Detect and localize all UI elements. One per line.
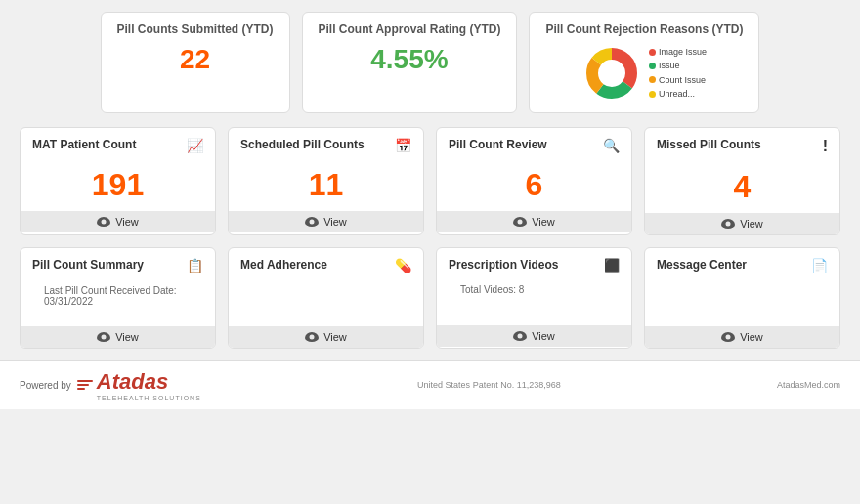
legend-dot-count bbox=[649, 76, 656, 83]
legend-dot-image bbox=[649, 49, 656, 56]
cards-row-2: Pill Count Summary 📋 Last Pill Count Rec… bbox=[20, 247, 840, 349]
pill-count-review-view-btn[interactable]: View bbox=[437, 211, 631, 232]
mat-patient-count-value: 191 bbox=[21, 157, 215, 211]
pill-count-approval-value: 4.55% bbox=[319, 44, 501, 75]
eye-icon-4 bbox=[721, 219, 735, 229]
footer-logo: Powered by Atadas TELEHEALTH SOLUTIONS bbox=[20, 369, 201, 401]
med-adherence-view-btn[interactable]: View bbox=[229, 326, 423, 348]
mat-patient-count-header: MAT Patient Count 📈 bbox=[21, 128, 215, 157]
calendar-icon: 📅 bbox=[395, 138, 411, 153]
pill-icon: 💊 bbox=[395, 258, 411, 273]
powered-by-text: Powered by bbox=[20, 380, 71, 391]
message-center-view-label: View bbox=[645, 331, 839, 343]
message-center-header: Message Center 📄 bbox=[645, 248, 839, 277]
pill-count-summary-view-btn[interactable]: View bbox=[21, 326, 215, 348]
mat-patient-count-view-btn[interactable]: View bbox=[21, 211, 215, 232]
missed-pill-counts-title: Missed Pill Counts bbox=[657, 138, 761, 151]
missed-pill-counts-value: 4 bbox=[645, 159, 839, 213]
pill-count-summary-sub: Last Pill Count Received Date: 03/31/202… bbox=[32, 281, 203, 309]
video-icon: ⬛ bbox=[604, 258, 620, 273]
missed-pill-counts-view-label: View bbox=[645, 218, 839, 230]
med-adherence-view-label: View bbox=[229, 331, 423, 343]
legend-item-unread: Unread... bbox=[649, 87, 707, 101]
scheduled-pill-counts-view-btn[interactable]: View bbox=[229, 211, 423, 232]
pill-count-review-value: 6 bbox=[437, 157, 631, 211]
legend-label-unread: Unread... bbox=[659, 87, 695, 101]
pill-count-rejection-card: Pill Count Rejection Reasons (YTD) bbox=[529, 12, 759, 113]
message-center-body bbox=[645, 277, 839, 326]
logo-line-2 bbox=[77, 384, 89, 386]
document-icon: 📄 bbox=[811, 258, 828, 273]
missed-pill-counts-view-btn[interactable]: View bbox=[645, 213, 839, 234]
atadas-logo-icon: Atadas TELEHEALTH SOLUTIONS bbox=[77, 369, 201, 401]
scheduled-pill-counts-value: 11 bbox=[229, 157, 423, 211]
mat-patient-count-title: MAT Patient Count bbox=[32, 138, 136, 151]
logo-line-1 bbox=[77, 380, 93, 382]
search-icon: 🔍 bbox=[603, 138, 620, 153]
scheduled-pill-counts-view-label: View bbox=[229, 216, 423, 228]
footer-patent: United States Patent No. 11,238,968 bbox=[417, 380, 561, 390]
eye-icon-7 bbox=[513, 331, 527, 341]
pill-count-summary-header: Pill Count Summary 📋 bbox=[21, 248, 215, 277]
clipboard-icon: 📋 bbox=[187, 258, 203, 273]
scheduled-pill-counts-title: Scheduled Pill Counts bbox=[240, 138, 365, 151]
legend-label-issue: Issue bbox=[659, 59, 680, 72]
med-adherence-body bbox=[229, 277, 423, 326]
pill-count-summary-card: Pill Count Summary 📋 Last Pill Count Rec… bbox=[20, 247, 216, 349]
pill-count-summary-body: Last Pill Count Received Date: 03/31/202… bbox=[21, 277, 215, 326]
donut-chart bbox=[582, 44, 641, 103]
legend-label-image: Image Issue bbox=[659, 45, 707, 59]
atadas-logo-text: Atadas bbox=[97, 369, 201, 395]
logo-line-3 bbox=[77, 388, 85, 390]
logo-lines bbox=[77, 380, 93, 390]
message-center-view-btn[interactable]: View bbox=[645, 326, 839, 348]
legend-dot-issue bbox=[649, 63, 656, 69]
donut-legend: Image Issue Issue Count Issue Unread... bbox=[649, 45, 707, 102]
med-adherence-card: Med Adherence 💊 View bbox=[228, 247, 424, 349]
eye-icon-5 bbox=[97, 332, 110, 342]
svg-point-4 bbox=[600, 62, 624, 85]
pill-count-approval-card: Pill Count Approval Rating (YTD) 4.55% bbox=[302, 12, 518, 113]
prescription-videos-body: Total Videos: 8 bbox=[437, 276, 631, 325]
legend-dot-unread bbox=[649, 91, 656, 98]
pill-count-review-header: Pill Count Review 🔍 bbox=[437, 128, 631, 157]
eye-icon-6 bbox=[305, 332, 319, 342]
prescription-videos-view-label: View bbox=[437, 330, 631, 342]
mat-patient-count-card: MAT Patient Count 📈 191 View bbox=[20, 127, 216, 235]
pill-count-approval-title: Pill Count Approval Rating (YTD) bbox=[319, 22, 501, 38]
eye-icon bbox=[97, 217, 110, 227]
prescription-videos-view-btn[interactable]: View bbox=[437, 325, 631, 347]
pill-counts-submitted-title: Pill Counts Submitted (YTD) bbox=[117, 22, 274, 38]
legend-label-count: Count Issue bbox=[659, 73, 706, 87]
missed-pill-counts-header: Missed Pill Counts ! bbox=[645, 128, 839, 159]
top-stats-row: Pill Counts Submitted (YTD) 22 Pill Coun… bbox=[20, 12, 840, 113]
pill-counts-submitted-card: Pill Counts Submitted (YTD) 22 bbox=[101, 12, 290, 113]
trend-icon: 📈 bbox=[187, 138, 203, 153]
donut-chart-container: Image Issue Issue Count Issue Unread... bbox=[545, 44, 743, 103]
med-adherence-title: Med Adherence bbox=[240, 258, 327, 272]
scheduled-pill-counts-header: Scheduled Pill Counts 📅 bbox=[229, 128, 423, 157]
legend-item-image: Image Issue bbox=[649, 45, 707, 59]
message-center-title: Message Center bbox=[657, 258, 747, 272]
prescription-videos-header: Prescription Videos ⬛ bbox=[437, 248, 631, 276]
pill-count-summary-view-label: View bbox=[21, 331, 215, 343]
prescription-videos-sub: Total Videos: 8 bbox=[449, 280, 620, 297]
cards-row-1: MAT Patient Count 📈 191 View Scheduled P… bbox=[20, 127, 840, 235]
pill-count-review-card: Pill Count Review 🔍 6 View bbox=[436, 127, 632, 235]
legend-item-issue: Issue bbox=[649, 59, 707, 72]
footer-url: AtadasMed.com bbox=[777, 380, 840, 390]
pill-count-review-view-label: View bbox=[437, 216, 631, 228]
page-footer: Powered by Atadas TELEHEALTH SOLUTIONS U… bbox=[0, 360, 860, 409]
message-center-card: Message Center 📄 View bbox=[644, 247, 840, 349]
mat-patient-count-view-label: View bbox=[21, 216, 215, 228]
med-adherence-header: Med Adherence 💊 bbox=[229, 248, 423, 277]
prescription-videos-title: Prescription Videos bbox=[449, 258, 558, 272]
atadas-sub-text: TELEHEALTH SOLUTIONS bbox=[97, 395, 201, 401]
missed-pill-counts-card: Missed Pill Counts ! 4 View bbox=[644, 127, 840, 235]
pill-count-summary-title: Pill Count Summary bbox=[32, 258, 144, 272]
legend-item-count: Count Issue bbox=[649, 73, 707, 87]
exclamation-icon: ! bbox=[823, 138, 828, 155]
pill-count-review-title: Pill Count Review bbox=[449, 138, 547, 151]
scheduled-pill-counts-card: Scheduled Pill Counts 📅 11 View bbox=[228, 127, 424, 235]
eye-icon-3 bbox=[513, 217, 527, 227]
